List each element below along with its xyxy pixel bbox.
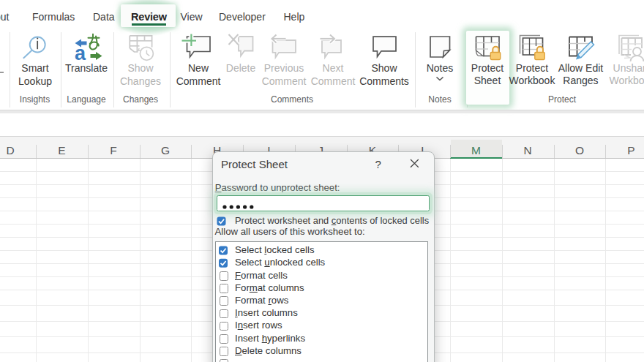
svg-text:a: a — [75, 42, 86, 64]
